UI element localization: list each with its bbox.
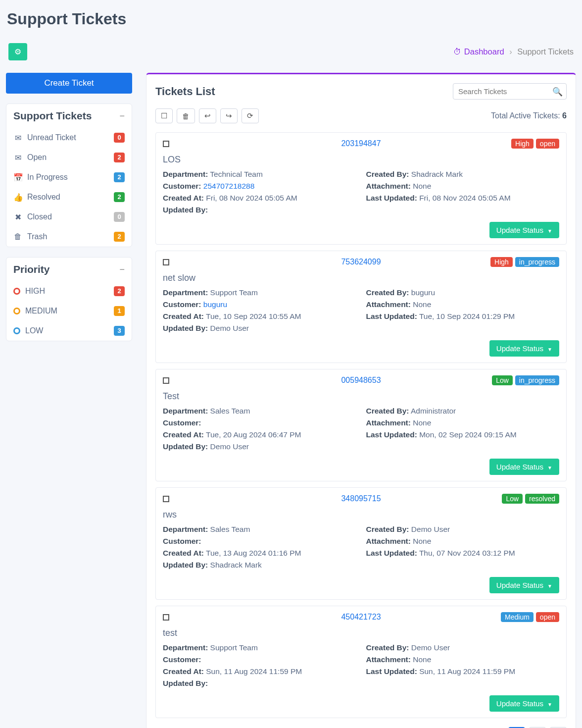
label-created-at: Created At:: [163, 312, 204, 320]
reply-button[interactable]: ↩: [199, 108, 216, 123]
label-attachment: Attachment:: [366, 300, 411, 309]
count-badge: 1: [114, 306, 125, 316]
customer-link[interactable]: buguru: [203, 300, 227, 309]
sidebar-status-item[interactable]: ✉Open2: [6, 148, 132, 167]
priority-panel-title: Priority: [13, 263, 50, 275]
label-department: Department:: [163, 407, 208, 415]
status-icon: ✉: [13, 153, 22, 162]
count-badge: 2: [114, 192, 125, 202]
label-attachment: Attachment:: [366, 655, 411, 664]
sidebar-status-item[interactable]: ✉Unread Ticket0: [6, 128, 132, 148]
customer-link[interactable]: 254707218288: [203, 182, 254, 190]
update-status-button[interactable]: Update Status ▼: [489, 695, 559, 712]
settings-button[interactable]: ⚙: [8, 43, 27, 60]
sidebar-item-label: Trash: [27, 232, 47, 241]
total-tickets-top: Total Active Tickets: 6: [491, 111, 567, 120]
search-input[interactable]: [453, 83, 567, 100]
ticket-title: test: [163, 628, 559, 638]
sidebar-priority-item[interactable]: LOW3: [6, 321, 132, 341]
last-updated-value: Fri, 08 Nov 2024 05:05 AM: [419, 194, 510, 202]
sidebar-item-label: Closed: [27, 212, 52, 221]
sidebar-priority-item[interactable]: HIGH2: [6, 281, 132, 301]
ticket-id-link[interactable]: 348095715: [341, 494, 381, 503]
label-updated-by: Updated By:: [163, 442, 208, 451]
created-at-value: Tue, 13 Aug 2024 01:16 PM: [206, 549, 301, 557]
caret-down-icon: ▼: [547, 583, 552, 589]
ticket-title: LOS: [163, 155, 559, 165]
caret-down-icon: ▼: [547, 702, 552, 707]
ticket-id-link[interactable]: 450421723: [341, 613, 381, 622]
status-badge: in_progress: [515, 257, 559, 267]
ticket-checkbox[interactable]: [163, 614, 169, 621]
created-at-value: Tue, 10 Sep 2024 10:55 AM: [206, 312, 301, 320]
sidebar-item-label: LOW: [25, 326, 43, 335]
sidebar-status-item[interactable]: 📅In Progress2: [6, 167, 132, 187]
created-by-value: Shadrack Mark: [411, 170, 463, 178]
tickets-list-title: Tickets List: [155, 85, 215, 98]
label-created-by: Created By:: [366, 407, 409, 415]
updated-by-value: Demo User: [210, 324, 249, 332]
count-badge: 2: [114, 153, 125, 162]
update-status-button[interactable]: Update Status ▼: [489, 459, 559, 475]
update-status-button[interactable]: Update Status ▼: [489, 577, 559, 593]
department-value: Support Team: [210, 643, 258, 652]
ticket-checkbox[interactable]: [163, 496, 169, 502]
ticket-id-link[interactable]: 753624099: [341, 258, 381, 266]
delete-button[interactable]: 🗑: [177, 108, 195, 123]
ticket-checkbox[interactable]: [163, 377, 169, 384]
sidebar-status-item[interactable]: ✖Closed0: [6, 207, 132, 227]
department-value: Technical Team: [210, 170, 263, 178]
status-icon: 👍: [13, 193, 22, 202]
status-panel: Support Tickets − ✉Unread Ticket0✉Open2📅…: [6, 104, 132, 247]
gear-icon: ⚙: [14, 48, 21, 56]
search-button[interactable]: 🔍: [552, 86, 563, 97]
ticket-id-link[interactable]: 005948653: [341, 376, 381, 385]
created-at-value: Fri, 08 Nov 2024 05:05 AM: [206, 194, 297, 202]
circle-icon: [13, 308, 20, 314]
label-attachment: Attachment:: [366, 537, 411, 545]
priority-badge: Low: [502, 494, 523, 504]
attachment-value: None: [413, 300, 431, 309]
minus-icon[interactable]: −: [119, 111, 125, 121]
ticket-title: rws: [163, 510, 559, 520]
sidebar-status-item[interactable]: 👍Resolved2: [6, 187, 132, 207]
ticket-checkbox[interactable]: [163, 259, 169, 265]
ticket-id-link[interactable]: 203194847: [341, 139, 381, 148]
minus-icon[interactable]: −: [119, 264, 125, 275]
status-panel-title: Support Tickets: [13, 110, 92, 122]
select-all-button[interactable]: ☐: [155, 108, 173, 123]
count-badge: 2: [114, 232, 125, 242]
attachment-value: None: [413, 182, 431, 190]
count-badge: 3: [114, 326, 125, 336]
sidebar-item-label: Unread Ticket: [27, 133, 76, 142]
dashboard-icon: ⏱: [453, 47, 462, 56]
square-icon: ☐: [161, 111, 167, 120]
label-department: Department:: [163, 170, 208, 178]
status-badge: resolved: [525, 494, 559, 504]
ticket-checkbox[interactable]: [163, 141, 169, 147]
breadcrumb-dashboard[interactable]: Dashboard: [464, 47, 504, 56]
sidebar-status-item[interactable]: 🗑Trash2: [6, 227, 132, 247]
forward-button[interactable]: ↪: [220, 108, 238, 123]
ticket-title: net slow: [163, 273, 559, 283]
attachment-value: None: [413, 418, 431, 427]
created-by-value: Administrator: [411, 407, 456, 415]
update-status-button[interactable]: Update Status ▼: [489, 340, 559, 357]
refresh-button[interactable]: ⟳: [242, 108, 259, 123]
update-status-button[interactable]: Update Status ▼: [489, 222, 559, 238]
last-updated-value: Thu, 07 Nov 2024 03:12 PM: [419, 549, 515, 557]
label-last-updated: Last Updated:: [366, 430, 417, 439]
status-badge: open: [536, 612, 559, 622]
sidebar-priority-item[interactable]: MEDIUM1: [6, 301, 132, 321]
department-value: Sales Team: [210, 407, 250, 415]
label-created-at: Created At:: [163, 194, 204, 202]
ticket-card: 348095715 Low resolved rws Department: S…: [155, 487, 567, 600]
status-icon: ✉: [13, 133, 22, 143]
create-ticket-button[interactable]: Create Ticket: [6, 73, 132, 94]
caret-down-icon: ▼: [547, 465, 552, 470]
label-customer: Customer:: [163, 537, 201, 545]
page-title: Support Tickets: [7, 10, 576, 28]
sidebar-item-label: MEDIUM: [25, 307, 57, 315]
sidebar-item-label: In Progress: [27, 173, 68, 182]
label-customer: Customer:: [163, 300, 201, 309]
